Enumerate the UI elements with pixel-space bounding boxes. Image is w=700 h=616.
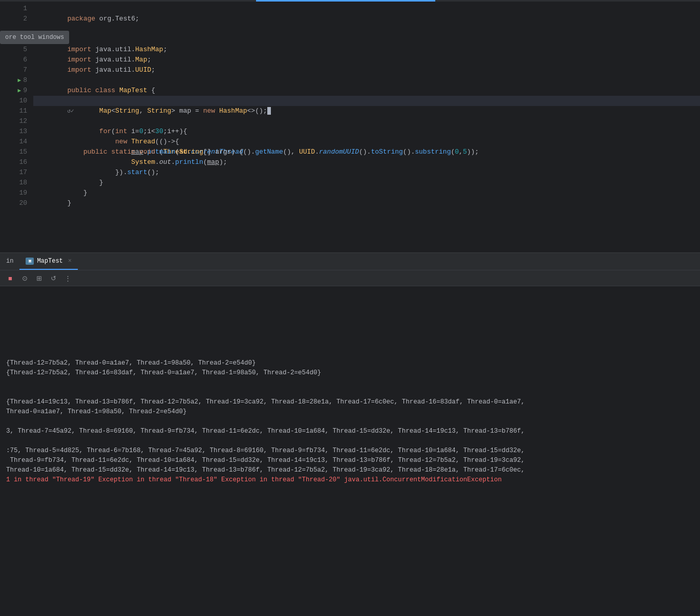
output-line-8: {Thread-12=7b5a2, Thread-0=a1ae7, Thread… <box>6 358 694 368</box>
line-number-9: ▶9 <box>0 86 27 96</box>
output-line-12: {Thread-14=19c13, Thread-13=b786f, Threa… <box>6 397 694 407</box>
code-line-19: } <box>33 188 700 198</box>
output-line-4 <box>6 320 694 329</box>
code-line-3 <box>33 24 700 34</box>
line-number-8: ▶8 <box>0 75 27 86</box>
output-line-1 <box>6 290 694 300</box>
output-line-3 <box>6 310 694 320</box>
output-line-16 <box>6 436 694 446</box>
restore-button[interactable]: ⊞ <box>33 272 45 284</box>
output-line-15: 3, Thread-7=45a92, Thread-8=69160, Threa… <box>6 427 694 436</box>
line-number-19: 19 <box>0 188 27 198</box>
line-number-20: 20 <box>0 198 27 208</box>
output-line-6 <box>6 339 694 349</box>
code-line-10: Map<String, String> map = new HashMap<>(… <box>33 96 700 106</box>
line-number-14: 14 <box>0 137 27 147</box>
code-line-9: ↺✓ public static void main(String[] args… <box>33 86 700 96</box>
screenshot-button[interactable]: ⊙ <box>18 272 31 284</box>
line-number-7: 7 <box>0 65 27 75</box>
code-line-4: import java.util.HashMap; <box>33 34 700 45</box>
output-line-14 <box>6 417 694 427</box>
code-line-18: } <box>33 178 700 188</box>
line-number-18: 18 <box>0 178 27 188</box>
tooltip-text: ore tool windows <box>5 34 64 41</box>
more-options-button[interactable]: ⋮ <box>61 272 74 284</box>
line-number-13: 13 <box>0 126 27 137</box>
run-panel: in ▣ MapTest × ■ ⊙ ⊞ ↺ ⋮ {Thread-12=7b5a… <box>0 252 700 616</box>
code-line-20 <box>33 198 700 208</box>
tab-run-label: in <box>6 258 13 265</box>
code-editor: 1 2 4 5 6 7 ▶8 ▶9 10 11 12 13 14 15 16 1… <box>0 2 700 252</box>
output-line-7 <box>6 349 694 358</box>
output-line-19: Thread-10=1a684, Thread-15=dd32e, Thread… <box>6 465 694 475</box>
line-number-5: 5 <box>0 45 27 55</box>
line-number-6: 6 <box>0 55 27 65</box>
line-number-11: 11 <box>0 106 27 116</box>
tab-maptest[interactable]: ▣ MapTest × <box>19 253 78 270</box>
run-output[interactable]: {Thread-12=7b5a2, Thread-0=a1ae7, Thread… <box>0 286 700 616</box>
line-number-16: 16 <box>0 157 27 167</box>
tab-maptest-label: MapTest <box>37 258 62 265</box>
code-line-8: public class MapTest { <box>33 75 700 86</box>
run-panel-header: in ▣ MapTest × <box>0 252 700 270</box>
code-lines[interactable]: package org.Test6; import java.util.Hash… <box>33 2 700 252</box>
output-line-13: Thread-0=a1ae7, Thread-1=98a50, Thread-2… <box>6 407 694 417</box>
output-line-9: {Thread-12=7b5a2, Thread-16=83daf, Threa… <box>6 368 694 378</box>
line-number-1: 1 <box>0 4 27 14</box>
output-line-18: Thread-9=fb734, Thread-11=6e2dc, Thread-… <box>6 456 694 465</box>
tab-maptest-icon: ▣ <box>26 258 34 265</box>
run-toolbar: ■ ⊙ ⊞ ↺ ⋮ <box>0 270 700 286</box>
line-number-2: 2 <box>0 14 27 24</box>
output-line-2 <box>6 300 694 310</box>
tab-close-button[interactable]: × <box>68 258 72 265</box>
line-number-17: 17 <box>0 167 27 178</box>
output-line-error: 1 in thread "Thread-19" Exception in thr… <box>6 475 694 485</box>
line-number-12: 12 <box>0 116 27 126</box>
output-line-5 <box>6 329 694 339</box>
line-number-15: 15 <box>0 147 27 157</box>
line-number-10: 10 <box>0 96 27 106</box>
output-line-17: :75, Thread-5=4d825, Thread-6=7b168, Thr… <box>6 446 694 456</box>
code-line-12: for(int i=0;i<30;i++){ <box>33 116 700 126</box>
stop-button[interactable]: ■ <box>4 272 16 284</box>
output-line-10 <box>6 378 694 388</box>
tab-run[interactable]: in <box>0 253 19 270</box>
code-line-1: package org.Test6; <box>33 4 700 14</box>
tooltip-overlay: ore tool windows <box>0 31 69 44</box>
output-line-11 <box>6 388 694 397</box>
reload-button[interactable]: ↺ <box>47 272 59 284</box>
